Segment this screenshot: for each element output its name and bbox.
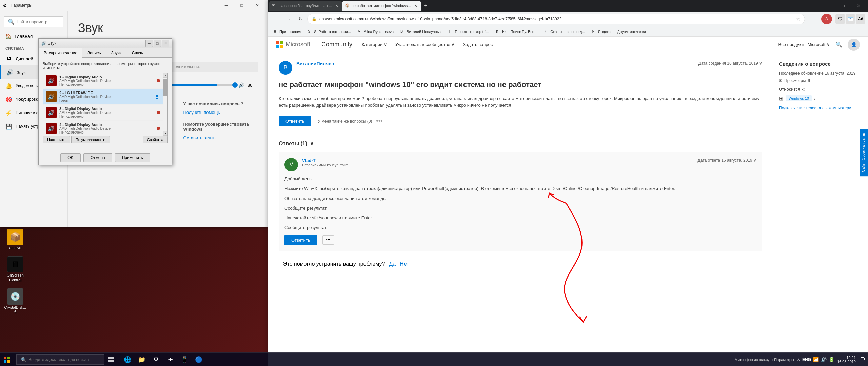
properties-btn[interactable]: Свойства — [143, 136, 168, 143]
answer-author-name[interactable]: Vlad-T — [302, 158, 348, 163]
tray-lang-icon[interactable]: ENG — [802, 357, 811, 362]
browser-tab-1[interactable]: ✉ На вопрос был опубликован ... ✕ — [269, 1, 342, 11]
dialog-cancel-btn[interactable]: Отмена — [83, 153, 112, 162]
default-btn[interactable]: По умолчанию ▼ — [71, 136, 110, 143]
settings-close-btn[interactable]: ✕ — [250, 0, 265, 11]
bookmark-ringtone[interactable]: ♪ Скачать рингтон д... — [541, 28, 588, 35]
nav-ask[interactable]: Задать вопрос — [459, 40, 497, 49]
tray-network-icon[interactable]: 📶 — [813, 357, 819, 362]
post-date[interactable]: Дата создания 16 августа, 2019 ∨ — [698, 61, 762, 66]
get-help-link[interactable]: Получить помощь — [183, 110, 258, 115]
bookmark-vitaly[interactable]: В Виталий Неслучный — [398, 28, 445, 35]
browser-close-btn[interactable]: ✕ — [851, 0, 867, 12]
bookmark-kino[interactable]: К КиноПоиск.Ру. Все... — [493, 28, 540, 35]
browser-maximize-btn[interactable]: □ — [835, 0, 851, 12]
device-list-scrollbar[interactable]: ▲ ▼ — [163, 73, 167, 136]
tray-sound-icon[interactable]: 🔊 — [821, 357, 827, 362]
tab1-close-btn[interactable]: ✕ — [334, 3, 339, 8]
answers-collapse-btn[interactable]: ∧ — [310, 140, 314, 147]
ext-icon-1[interactable]: 🛡 — [835, 14, 845, 24]
ext-icon-3[interactable]: Ad — [856, 14, 865, 24]
taskbar-settings-icon[interactable]: ⚙ — [149, 353, 163, 366]
ms-page-inner: В ВиталийПиляев Дата создания 16 августа… — [268, 53, 868, 280]
taskbar-telegram-icon[interactable]: ✈ — [163, 353, 177, 366]
configure-btn[interactable]: Настроить — [43, 136, 70, 143]
tray-battery-icon[interactable]: 🔋 — [829, 357, 834, 362]
bookmark-other[interactable]: Другие закладки — [615, 29, 649, 34]
taskbar-notification-center-btn[interactable]: 🗨 — [860, 357, 865, 363]
phone-connection-link[interactable]: Подключение телефона к компьютеру — [779, 106, 851, 110]
bookmark-yandex[interactable]: Я Яндекс — [589, 28, 613, 35]
dialog-apply-btn[interactable]: Применить — [115, 153, 150, 162]
ms-search-btn[interactable]: 🔍 — [833, 39, 845, 51]
browser-menu-btn[interactable]: ⋮ — [808, 14, 818, 24]
post-reply-btn[interactable]: Ответить — [279, 116, 311, 126]
sound-dialog-close-btn[interactable]: ✕ — [162, 40, 169, 47]
contact-sidebar-btn[interactable]: Сайт - Обратная связь — [860, 129, 868, 176]
answer-reply-btn[interactable]: Ответить — [284, 235, 317, 245]
browser-minimize-btn[interactable]: ─ — [820, 0, 835, 12]
browser-reload-btn[interactable]: ↻ — [295, 14, 306, 24]
post-title: не работает микрофон "windows 10" его ви… — [279, 80, 762, 90]
tab-sounds[interactable]: Звуки — [106, 48, 126, 57]
all-products-link[interactable]: Все продукты Microsoft ∨ — [778, 42, 830, 47]
taskbar-search-box[interactable]: 🔍 — [16, 354, 104, 365]
ms-user-avatar[interactable]: 👤 — [848, 39, 860, 51]
bookmark-alina[interactable]: A Alina Ryazanseva — [355, 28, 396, 35]
tab-playback[interactable]: Воспроизведение — [39, 48, 82, 58]
tag-win10-label[interactable]: Windows 10 — [786, 95, 812, 101]
settings-minimize-btn[interactable]: ─ — [218, 0, 234, 11]
desktop-icon-onscreen[interactable]: 🖥 OnScreen Control — [2, 255, 29, 283]
add-tab-btn[interactable]: + — [421, 1, 431, 11]
device-item-3[interactable]: 🔊 3 - Digital Display Audio AMD High Def… — [43, 105, 163, 121]
tray-show-hidden-icon[interactable]: ∧ — [797, 357, 800, 362]
bookmark-apps[interactable]: ⊞ Приложения — [271, 28, 304, 35]
post-more-btn[interactable]: ••• — [376, 118, 382, 125]
browser-tab-2[interactable]: 🏠 не работает микрофон "windows... ✕ — [342, 1, 421, 11]
device-item-1[interactable]: 🔊 1 - Digital Display Audio AMD High Def… — [43, 73, 163, 89]
taskbar-explorer-icon[interactable]: 📁 — [135, 353, 149, 366]
taskbar-viber-icon[interactable]: 📱 — [178, 353, 191, 366]
sound-dialog-minimize-btn[interactable]: ─ — [145, 40, 153, 47]
answer-more-btn[interactable]: ••• — [322, 235, 334, 245]
taskbar-search-input[interactable] — [28, 357, 100, 362]
scrollbar-thumb[interactable] — [163, 79, 167, 96]
helpful-yes-btn[interactable]: Да — [389, 261, 396, 267]
dialog-ok-btn[interactable]: OK — [60, 153, 80, 162]
tab2-close-btn[interactable]: ✕ — [413, 3, 418, 8]
ms-logo-divider — [316, 40, 316, 50]
desktop-icon-crystaldisk[interactable]: 💿 CrystalDisk... 6 — [2, 287, 29, 316]
device-item-4[interactable]: 🔊 4 - Digital Display Audio AMD High Def… — [43, 121, 163, 136]
start-btn[interactable] — [0, 353, 14, 366]
post-author-name[interactable]: ВиталийПиляев — [296, 61, 694, 66]
browser-forward-btn[interactable]: → — [283, 14, 294, 24]
device-status-dot-1 — [157, 79, 160, 82]
helpful-no-btn[interactable]: Нет — [400, 261, 409, 267]
views-label: Просмотры — [784, 78, 806, 83]
taskbar-edge-icon[interactable]: 🌐 — [121, 353, 134, 366]
settings-maximize-btn[interactable]: □ — [234, 0, 250, 11]
bookmark-star-icon[interactable]: ☆ — [796, 16, 801, 22]
user-profile-icon[interactable]: А — [821, 14, 832, 24]
leave-feedback-link[interactable]: Оставить отзыв — [183, 135, 258, 140]
browser-back-btn[interactable]: ← — [271, 14, 281, 24]
ext-icon-2[interactable]: 📧 — [846, 14, 855, 24]
browser-tabs: ✉ На вопрос был опубликован ... ✕ 🏠 не р… — [269, 1, 817, 11]
tab-comm[interactable]: Связь — [127, 48, 148, 57]
tab-record[interactable]: Запись — [82, 48, 106, 57]
taskbar-chrome-icon[interactable]: 🔵 — [192, 353, 205, 366]
sound-dialog-maximize-btn[interactable]: □ — [154, 40, 161, 47]
nav-categories[interactable]: Категории ∨ — [358, 40, 391, 49]
scrollbar-down-btn[interactable]: ▼ — [163, 131, 167, 136]
scrollbar-up-btn[interactable]: ▲ — [163, 73, 167, 78]
device-item-2[interactable]: 🔊 2 - LG ULTRAWIDE AMD High Definition A… — [43, 89, 163, 105]
task-view-btn[interactable] — [104, 353, 118, 366]
browser-address-bar[interactable]: 🔒 answers.microsoft.com/ru-ru/windows/fo… — [307, 14, 805, 24]
taskbar-clock[interactable]: 19:21 16.08.2019 — [837, 355, 856, 364]
settings-search-input[interactable] — [17, 20, 67, 24]
bookmark-rabota[interactable]: S S| Работа вакансии... — [305, 28, 354, 35]
desktop-icon-archive[interactable]: 📦 archive — [2, 227, 29, 251]
bookmark-torrent[interactable]: T Торрент трекер tifi... — [446, 28, 492, 35]
nav-participate[interactable]: Участвовать в сообществе ∨ — [391, 40, 459, 49]
settings-search-box[interactable]: 🔍 — [4, 16, 63, 27]
